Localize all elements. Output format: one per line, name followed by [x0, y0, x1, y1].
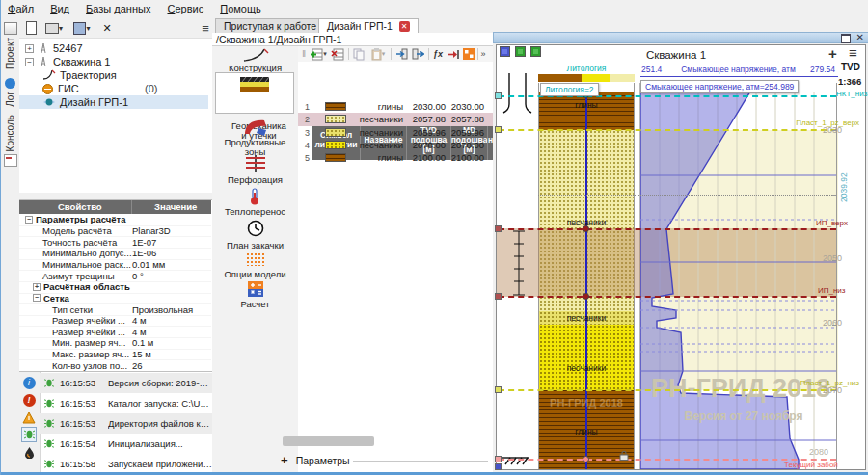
handle-extra-blue[interactable]: [495, 463, 502, 470]
property-label: Сетка: [43, 293, 69, 303]
label-layer-bottom: Пласт_1_pz_низ: [774, 379, 859, 387]
tab-frac-design[interactable]: Дизайн ГРП-1 ✕: [318, 18, 419, 33]
menu-service[interactable]: Сервис: [160, 0, 210, 16]
chart-add-button[interactable]: +: [828, 45, 837, 62]
property-value[interactable]: 0.1 м: [132, 337, 153, 348]
new-document-button[interactable]: [22, 20, 40, 36]
expand-icon[interactable]: +: [25, 44, 34, 53]
project-tree: + 52467 − Скважина 1 Траектория ГИС (0) …: [19, 39, 213, 193]
float-window-icon[interactable]: [841, 34, 851, 43]
oil-drop-filter-button[interactable]: [21, 444, 37, 460]
marker-line-perf-top[interactable]: [499, 228, 836, 230]
warning-filter-button[interactable]: [21, 409, 37, 425]
table-row[interactable]: 5 глины 2100.00 2100.00: [298, 151, 493, 164]
delete-button[interactable]: ✕: [98, 20, 116, 36]
info-filter-button[interactable]: i: [21, 375, 37, 390]
copy-button[interactable]: [351, 47, 366, 61]
expand-icon[interactable]: +: [33, 283, 41, 291]
handle-layer-top[interactable]: [495, 126, 502, 133]
handle-perf-top[interactable]: [495, 225, 502, 232]
tree-item-frac-design[interactable]: Дизайн ГРП-1: [19, 95, 208, 109]
menu-file[interactable]: Файл: [1, 0, 41, 16]
add-row-button[interactable]: ▾: [308, 47, 329, 61]
marker-line-layer-bottom[interactable]: [499, 389, 836, 391]
property-value[interactable]: Произвольная: [132, 304, 193, 315]
sidebar-tab-log[interactable]: Лог: [1, 78, 19, 107]
clock-icon: [247, 220, 264, 237]
menu-help[interactable]: Помощь: [213, 0, 268, 16]
sidebar-tab-console[interactable]: Консоль: [1, 115, 19, 167]
property-value[interactable]: 15 м: [132, 349, 151, 359]
handle-current-td[interactable]: [495, 456, 502, 462]
tree-item-gis[interactable]: ГИС (0): [19, 82, 212, 95]
chart-panel-titlebar[interactable]: ✕: [493, 32, 868, 43]
gis-count-badge: (0): [145, 83, 157, 94]
menu-bar: Файл Вид Базы данных Сервис Помощь: [1, 0, 868, 19]
nav-label: Теплоперенос: [212, 206, 298, 217]
handle-perf-bottom[interactable]: [495, 293, 502, 300]
collapse-icon[interactable]: −: [33, 294, 41, 302]
tab-getting-started[interactable]: Приступая к работе: [215, 18, 325, 33]
log-entry[interactable]: 16:15:53 Каталог запуска: C:\Users\g...: [40, 393, 212, 413]
chart-title: Скважина 1: [580, 49, 773, 61]
table-row-selected[interactable]: 2 песчаники 2057.88 2057.88: [298, 113, 493, 125]
debug-filter-button[interactable]: [21, 427, 37, 442]
export-button[interactable]: [410, 47, 425, 61]
horizontal-scrollbar[interactable]: [283, 436, 374, 446]
import-button[interactable]: [393, 47, 409, 61]
nav-item-geomechanics[interactable]: Геомеханика и утечки: [215, 72, 294, 114]
grid-options-button[interactable]: [461, 47, 475, 61]
property-value[interactable]: 0 °: [132, 271, 144, 281]
property-value[interactable]: 0.01 мм: [132, 259, 165, 270]
handle-tubing-bottom[interactable]: [495, 92, 502, 99]
error-filter-button[interactable]: !: [21, 392, 37, 408]
collapse-icon[interactable]: −: [25, 216, 33, 224]
property-value[interactable]: 1E-06: [132, 248, 156, 258]
toolbar-overflow-button[interactable]: »: [479, 47, 487, 61]
property-value[interactable]: Planar3D: [132, 225, 171, 236]
log-message: Директория файлов конфи...: [108, 418, 212, 429]
table-row[interactable]: 3 песчаники 2059.96 2059.96: [298, 126, 493, 139]
save-button[interactable]: ▾: [69, 20, 95, 36]
layer-toggle-green[interactable]: [530, 46, 541, 57]
log-entry[interactable]: 16:15:53 Директория файлов конфи...: [40, 413, 212, 434]
property-value[interactable]: 4 м: [132, 327, 146, 337]
log-entry[interactable]: 16:15:58 Запускаем приложение...: [40, 454, 212, 474]
handle-layer-bottom[interactable]: [495, 386, 502, 393]
property-value[interactable]: 4 м: [132, 315, 146, 326]
flow-button[interactable]: [446, 47, 460, 61]
sidebar-tab-project[interactable]: Проект: [1, 22, 19, 69]
geomechanics-icon: [240, 77, 269, 92]
print-dropdown-arrow: ▾: [59, 24, 63, 33]
menu-view[interactable]: Вид: [43, 0, 76, 16]
close-panel-icon[interactable]: ✕: [856, 32, 864, 42]
grid-options-icon: [463, 48, 475, 60]
marker-line-perf-bottom[interactable]: [499, 296, 836, 298]
property-value[interactable]: 1E-07: [132, 237, 156, 248]
table-row[interactable]: 4 песчаники 2070.00 2070.00: [298, 139, 493, 151]
tree-item-trajectory[interactable]: Траектория: [19, 68, 212, 82]
table-row[interactable]: 1 глины 2030.00 2030.00: [298, 100, 493, 113]
oil-drop-icon: [24, 446, 35, 459]
marker-line-layer-top[interactable]: [499, 129, 836, 131]
print-button[interactable]: ▾: [41, 20, 67, 36]
formula-button[interactable]: ƒx: [431, 47, 445, 61]
cell-name: песчаники: [360, 126, 406, 139]
layer-toggle-blue[interactable]: [500, 46, 510, 57]
lithology-track-header[interactable]: Литология: [538, 64, 635, 73]
log-entry[interactable]: 16:15:54 Инициализация...: [40, 434, 212, 454]
layer-toggle-green[interactable]: [515, 46, 526, 57]
menu-databases[interactable]: Базы данных: [79, 0, 157, 16]
tree-item-root[interactable]: + 52467: [19, 41, 212, 55]
collapse-icon[interactable]: −: [25, 58, 34, 66]
tab-close-icon[interactable]: ✕: [399, 21, 410, 32]
perforation-marks-icon: [513, 231, 525, 295]
log-entry[interactable]: 16:15:53 Версия сборки: 2019-11-27 ...: [40, 373, 212, 393]
tree-item-well[interactable]: − Скважина 1: [19, 55, 212, 68]
property-value[interactable]: 26: [132, 360, 143, 371]
tree-props-splitter[interactable]: [19, 193, 212, 199]
parameters-expander[interactable]: + Параметры: [281, 453, 493, 468]
paste-button[interactable]: ▾: [367, 47, 389, 61]
chart-menu-button[interactable]: ≡: [849, 44, 857, 61]
delete-row-button[interactable]: [330, 47, 345, 61]
